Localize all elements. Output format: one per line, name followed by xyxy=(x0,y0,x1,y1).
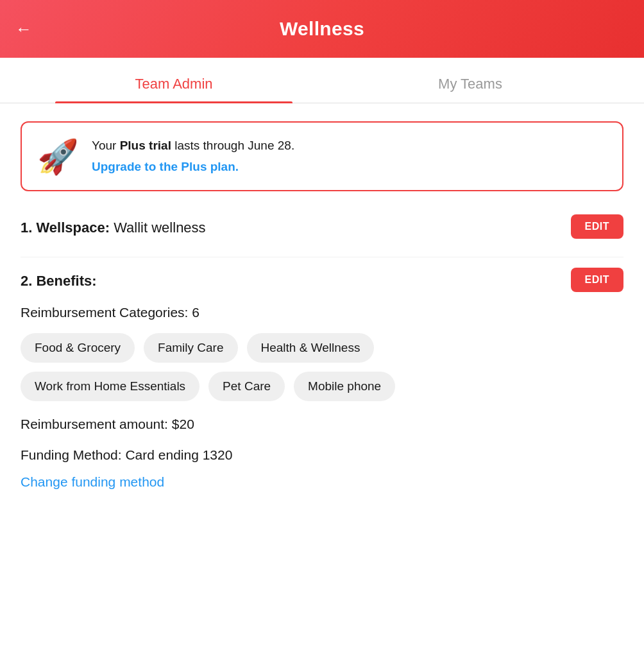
upgrade-link[interactable]: Upgrade to the Plus plan. xyxy=(92,158,294,177)
rocket-icon: 🚀 xyxy=(37,140,79,173)
wellspace-label: 1. Wellspace: Wallit wellness xyxy=(21,214,206,238)
wellspace-number: 1. xyxy=(21,220,32,236)
benefits-details: Reimbursement Categories: 6 Food & Groce… xyxy=(21,305,623,490)
divider-1 xyxy=(21,257,623,257)
reimbursement-categories-title: Reimbursement Categories: 6 xyxy=(21,305,623,320)
funding-method: Funding Method: Card ending 1320 xyxy=(21,447,623,463)
change-funding-link[interactable]: Change funding method xyxy=(21,474,623,490)
category-food-grocery: Food & Grocery xyxy=(21,333,135,363)
tab-my-teams[interactable]: My Teams xyxy=(322,63,618,103)
category-mobile-phone: Mobile phone xyxy=(294,372,395,401)
main-content: 🚀 Your Plus trial lasts through June 28.… xyxy=(0,103,644,508)
trial-banner-text: Your Plus trial lasts through June 28. U… xyxy=(92,137,294,176)
benefits-edit-button[interactable]: EDIT xyxy=(571,268,623,292)
wellspace-section: 1. Wellspace: Wallit wellness EDIT xyxy=(21,214,623,239)
trial-text-bold: Plus trial xyxy=(120,139,171,152)
tab-team-admin[interactable]: Team Admin xyxy=(26,63,322,103)
category-health-wellness: Health & Wellness xyxy=(247,333,375,363)
trial-banner: 🚀 Your Plus trial lasts through June 28.… xyxy=(21,121,623,191)
tabs-container: Team Admin My Teams xyxy=(0,63,644,103)
trial-text-normal2: lasts through June 28. xyxy=(171,139,294,152)
trial-text-normal1: Your xyxy=(92,139,120,152)
header: ← Wellness xyxy=(0,0,644,58)
page-title: Wellness xyxy=(280,18,364,40)
benefits-section-header: 2. Benefits: EDIT xyxy=(21,268,623,292)
reimbursement-amount: Reimbursement amount: $20 xyxy=(21,417,623,432)
category-work-from-home: Work from Home Essentials xyxy=(21,372,199,401)
back-button[interactable]: ← xyxy=(15,19,32,39)
wellspace-title: Wellspace: xyxy=(36,220,110,236)
category-family-care: Family Care xyxy=(144,333,237,363)
benefits-number: 2. xyxy=(21,273,32,289)
benefits-title: Benefits: xyxy=(36,273,96,289)
categories-row-1: Food & Grocery Family Care Health & Well… xyxy=(21,333,623,363)
wellspace-edit-button[interactable]: EDIT xyxy=(571,214,623,239)
benefits-label: 2. Benefits: xyxy=(21,268,97,291)
wellspace-name: Wallit wellness xyxy=(114,220,205,236)
categories-row-2: Work from Home Essentials Pet Care Mobil… xyxy=(21,372,623,401)
category-pet-care: Pet Care xyxy=(208,372,285,401)
